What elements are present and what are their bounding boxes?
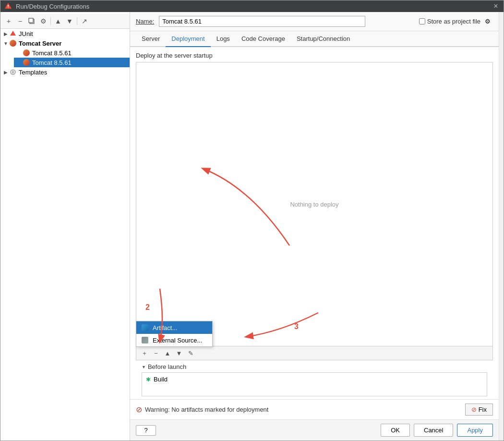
footer-warning: ⊘ Warning: No artifacts marked for deplo… xyxy=(130,399,499,419)
tab-deployment[interactable]: Deployment xyxy=(166,31,210,47)
tomcat-server-expand-icon: ▼ xyxy=(2,41,9,46)
sidebar: + − ⚙ ▲ ▼ ↗ ▶ xyxy=(0,12,130,441)
ok-button[interactable]: OK xyxy=(381,424,410,437)
tabs-bar: Server Deployment Logs Code Coverage Sta… xyxy=(130,31,499,47)
panel-content: Deploy at the server startup Nothing to … xyxy=(130,47,499,399)
name-row: Name: Store as project file ⚙ xyxy=(130,12,499,31)
deploy-empty-message: Nothing to deploy xyxy=(290,201,338,208)
deploy-up-button[interactable]: ▲ xyxy=(162,348,173,358)
svg-rect-5 xyxy=(29,18,33,23)
artifact-icon xyxy=(141,324,149,331)
junit-expand-icon: ▶ xyxy=(2,31,9,37)
add-config-button[interactable]: + xyxy=(3,16,14,26)
tab-startup-connection[interactable]: Startup/Connection xyxy=(291,31,356,47)
main-content: + − ⚙ ▲ ▼ ↗ ▶ xyxy=(0,12,504,441)
junit-label: JUnit xyxy=(19,30,33,37)
move-down-button[interactable]: ▼ xyxy=(64,16,75,26)
name-label: Name: xyxy=(136,18,154,25)
svg-point-3 xyxy=(8,7,9,8)
toolbar-separator xyxy=(50,17,51,25)
sidebar-item-junit[interactable]: ▶ JUnit xyxy=(0,29,130,38)
tomcat-server-label: Tomcat Server xyxy=(19,40,61,47)
tab-logs[interactable]: Logs xyxy=(211,31,236,47)
move-up-button[interactable]: ▲ xyxy=(53,16,63,26)
deploy-area: Nothing to deploy xyxy=(136,62,493,346)
warning-icon: ⊘ xyxy=(136,405,142,414)
fix-button[interactable]: ⊘ Fix xyxy=(465,404,493,416)
right-scrollbar[interactable] xyxy=(499,12,504,441)
sidebar-toolbar: + − ⚙ ▲ ▼ ↗ xyxy=(0,14,130,29)
remove-config-button[interactable]: − xyxy=(15,16,25,26)
external-source-icon xyxy=(141,336,149,344)
tomcat-server-icon xyxy=(9,39,17,47)
copy-icon xyxy=(28,18,35,24)
cancel-button[interactable]: Cancel xyxy=(414,424,453,437)
deploy-remove-button[interactable]: − xyxy=(151,348,161,358)
deploy-container: Nothing to deploy 2 3 xyxy=(136,62,493,360)
deploy-down-button[interactable]: ▼ xyxy=(174,348,184,358)
dropdown-artifact-item[interactable]: Artifact... xyxy=(136,321,212,334)
move-config-button[interactable]: ↗ xyxy=(79,16,90,26)
tomcat-children: Tomcat 8.5.61 Tomcat 8.5.61 xyxy=(0,48,130,67)
apply-button[interactable]: Apply xyxy=(457,424,493,437)
store-as-project-checkbox[interactable] xyxy=(419,18,425,24)
footer-buttons: ? OK Cancel Apply xyxy=(130,419,499,441)
deploy-add-button[interactable]: + xyxy=(139,348,150,358)
warning-text: Warning: No artifacts marked for deploym… xyxy=(145,406,268,413)
fix-icon: ⊘ xyxy=(471,406,477,413)
tab-server[interactable]: Server xyxy=(136,31,166,47)
templates-label: Templates xyxy=(19,69,47,76)
deploy-section-label: Deploy at the server startup xyxy=(136,52,493,59)
sidebar-item-tomcat-server[interactable]: ▼ Tomcat Server xyxy=(0,38,130,48)
deploy-edit-button[interactable]: ✎ xyxy=(185,348,196,358)
fix-label: Fix xyxy=(479,406,487,413)
artifact-dropdown: Artifact... External Source... xyxy=(136,321,213,347)
close-button[interactable]: × xyxy=(492,2,500,10)
right-panel: Name: Store as project file ⚙ Server Dep… xyxy=(130,12,499,441)
templates-expand-icon: ▶ xyxy=(2,70,9,75)
external-source-label: External Source... xyxy=(153,337,202,344)
artifact-label: Artifact... xyxy=(153,324,177,331)
tomcat2-icon xyxy=(23,59,30,66)
store-as-project-label: Store as project file xyxy=(427,18,480,25)
before-launch-content: ✱ Build xyxy=(142,372,487,396)
store-as-project-row: Store as project file ⚙ xyxy=(419,16,493,27)
toolbar-separator2 xyxy=(77,17,77,25)
sidebar-item-tomcat1[interactable]: Tomcat 8.5.61 xyxy=(14,48,130,58)
store-settings-button[interactable]: ⚙ xyxy=(482,16,493,27)
title-bar: Run/Debug Configurations × xyxy=(0,0,504,12)
tab-code-coverage[interactable]: Code Coverage xyxy=(236,31,291,47)
tomcat2-label: Tomcat 8.5.61 xyxy=(32,59,72,66)
config-tree: ▶ JUnit ▼ Tomcat Server xyxy=(0,29,130,77)
before-launch-label: Before launch xyxy=(148,363,186,370)
deploy-toolbar-wrapper: 2 3 xyxy=(136,346,493,360)
sidebar-item-tomcat2[interactable]: Tomcat 8.5.61 xyxy=(14,58,130,67)
before-launch-expand-icon: ▼ xyxy=(142,365,146,369)
name-input[interactable] xyxy=(159,16,365,27)
deploy-toolbar: + − ▲ ▼ ✎ xyxy=(136,346,493,360)
dropdown-external-source-item[interactable]: External Source... xyxy=(136,334,212,346)
junit-icon xyxy=(9,30,17,37)
templates-icon xyxy=(9,68,17,76)
tomcat1-label: Tomcat 8.5.61 xyxy=(32,49,72,57)
build-icon: ✱ xyxy=(146,376,151,383)
sidebar-item-templates[interactable]: ▶ Templates xyxy=(0,67,130,77)
tomcat1-icon xyxy=(23,49,30,57)
copy-config-button[interactable] xyxy=(26,16,37,26)
help-button[interactable]: ? xyxy=(136,425,156,436)
dialog-title: Run/Debug Configurations xyxy=(16,3,488,10)
dialog-icon xyxy=(4,2,12,10)
before-launch-section: ▼ Before launch ✱ Build xyxy=(136,360,493,399)
run-debug-dialog: Run/Debug Configurations × + − ⚙ ▲ ▼ xyxy=(0,0,504,441)
before-launch-header[interactable]: ▼ Before launch xyxy=(142,363,487,372)
svg-marker-6 xyxy=(10,31,16,36)
build-label: Build xyxy=(154,376,168,383)
settings-config-button[interactable]: ⚙ xyxy=(38,16,48,26)
build-item: ✱ Build xyxy=(144,375,485,384)
